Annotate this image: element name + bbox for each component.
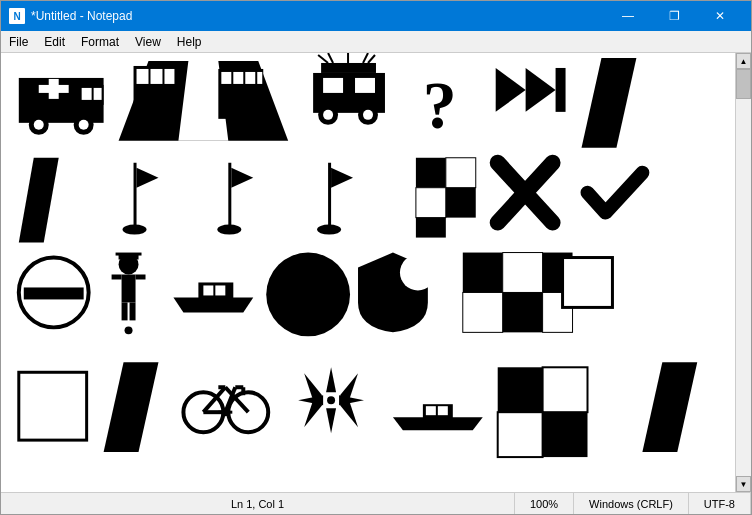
content-area: ?	[1, 53, 751, 492]
svg-rect-17	[221, 72, 231, 84]
svg-point-7	[34, 120, 44, 130]
svg-rect-50	[446, 158, 476, 188]
menu-view[interactable]: View	[127, 31, 169, 52]
scrollbar[interactable]: ▲ ▼	[735, 53, 751, 492]
menu-help[interactable]: Help	[169, 31, 210, 52]
svg-marker-38	[582, 58, 637, 148]
svg-point-66	[125, 326, 133, 334]
status-line-ending: Windows (CRLF)	[574, 493, 689, 514]
scrollbar-track[interactable]	[736, 69, 751, 476]
main-window: N *Untitled - Notepad — ❐ ✕ File Edit Fo…	[0, 0, 752, 515]
svg-line-26	[368, 55, 375, 63]
svg-rect-51	[416, 188, 446, 218]
svg-rect-46	[328, 163, 331, 228]
svg-rect-73	[463, 253, 503, 293]
svg-rect-43	[228, 163, 231, 228]
svg-marker-35	[496, 68, 526, 112]
window-title: *Untitled - Notepad	[31, 9, 605, 23]
symbol-canvas: ?	[1, 53, 735, 492]
status-bar: Ln 1, Col 1 100% Windows (CRLF) UTF-8	[1, 492, 751, 514]
svg-line-25	[363, 53, 368, 63]
scrollbar-thumb[interactable]	[736, 69, 751, 99]
svg-rect-105	[438, 406, 448, 415]
svg-line-22	[318, 55, 328, 63]
window-controls: — ❐ ✕	[605, 1, 743, 31]
svg-marker-39	[19, 158, 59, 243]
svg-rect-109	[543, 412, 588, 457]
svg-rect-57	[24, 287, 84, 299]
app-icon: N	[9, 8, 25, 24]
svg-marker-36	[526, 68, 556, 112]
svg-rect-79	[563, 258, 613, 308]
menu-edit[interactable]: Edit	[36, 31, 73, 52]
svg-rect-53	[416, 218, 446, 238]
svg-rect-69	[203, 285, 213, 295]
encoding: UTF-8	[704, 498, 735, 510]
svg-rect-49	[416, 158, 446, 188]
close-button[interactable]: ✕	[697, 1, 743, 31]
svg-rect-80	[19, 372, 87, 440]
line-ending: Windows (CRLF)	[589, 498, 673, 510]
svg-rect-63	[130, 302, 136, 320]
svg-point-72	[400, 255, 436, 291]
svg-rect-70	[215, 285, 225, 295]
svg-rect-64	[112, 274, 122, 279]
svg-rect-76	[463, 292, 503, 332]
status-encoding: UTF-8	[689, 493, 751, 514]
svg-rect-60	[116, 253, 142, 256]
svg-rect-77	[503, 292, 543, 332]
svg-rect-20	[257, 72, 262, 84]
svg-marker-110	[642, 362, 697, 452]
svg-rect-65	[136, 274, 146, 279]
cursor-position: Ln 1, Col 1	[231, 498, 284, 510]
svg-marker-81	[104, 362, 159, 452]
svg-rect-104	[426, 406, 436, 415]
svg-marker-44	[231, 168, 253, 188]
svg-line-23	[328, 53, 333, 63]
status-zoom: 100%	[515, 493, 574, 514]
svg-rect-4	[82, 88, 92, 100]
svg-rect-21	[321, 63, 376, 73]
svg-rect-28	[323, 78, 343, 93]
svg-rect-52	[446, 188, 476, 218]
svg-rect-18	[233, 72, 243, 84]
svg-rect-14	[150, 69, 162, 84]
svg-point-33	[363, 110, 373, 120]
svg-point-9	[79, 120, 89, 130]
status-position: Ln 1, Col 1	[1, 493, 515, 514]
svg-rect-29	[355, 78, 375, 93]
svg-marker-47	[331, 168, 353, 188]
menu-format[interactable]: Format	[73, 31, 127, 52]
menu-bar: File Edit Format View Help	[1, 31, 751, 53]
svg-rect-15	[164, 69, 174, 84]
svg-rect-74	[503, 253, 543, 293]
svg-point-48	[317, 225, 341, 235]
svg-point-42	[123, 225, 147, 235]
svg-rect-13	[137, 69, 149, 84]
scroll-down-button[interactable]: ▼	[736, 476, 751, 492]
minimize-button[interactable]: —	[605, 1, 651, 31]
menu-file[interactable]: File	[1, 31, 36, 52]
editor[interactable]: ?	[1, 53, 735, 492]
svg-point-45	[217, 225, 241, 235]
svg-point-101	[327, 396, 335, 404]
zoom-level: 100%	[530, 498, 558, 510]
svg-rect-19	[245, 72, 255, 84]
scroll-up-button[interactable]: ▲	[736, 53, 751, 69]
restore-button[interactable]: ❐	[651, 1, 697, 31]
svg-rect-106	[498, 367, 543, 412]
svg-marker-41	[137, 168, 159, 188]
svg-rect-40	[134, 163, 137, 228]
svg-text:?: ?	[423, 68, 457, 143]
svg-marker-94	[326, 408, 336, 433]
svg-marker-93	[326, 367, 336, 392]
svg-rect-61	[122, 274, 136, 302]
svg-rect-5	[94, 88, 102, 100]
svg-rect-107	[543, 367, 588, 412]
svg-rect-62	[122, 302, 128, 320]
svg-point-71	[266, 253, 350, 337]
title-bar: N *Untitled - Notepad — ❐ ✕	[1, 1, 751, 31]
svg-rect-108	[498, 412, 543, 457]
svg-rect-2	[49, 79, 59, 99]
svg-point-31	[323, 110, 333, 120]
